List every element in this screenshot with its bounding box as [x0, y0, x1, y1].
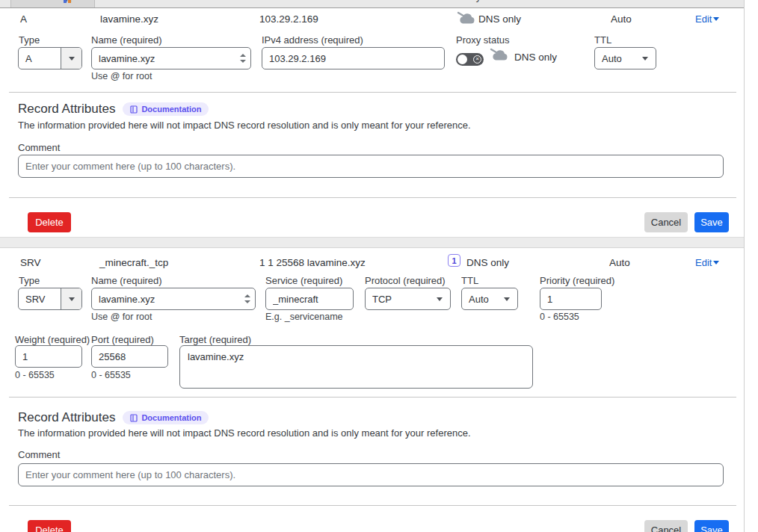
name-input[interactable]: [92, 53, 250, 64]
attributes-description: The information provided here will not i…: [18, 427, 471, 439]
name-helper: Use @ for root: [91, 71, 152, 81]
service-helper: E.g. _servicename: [265, 312, 343, 322]
name-helper: Use @ for root: [91, 312, 152, 322]
section-divider: [9, 505, 736, 506]
priority-helper: 0 - 65535: [540, 312, 579, 322]
row-separator-band: [0, 237, 744, 248]
chevron-down-icon: [713, 261, 719, 265]
chevron-down-icon: [642, 57, 648, 61]
chevron-down-icon: [61, 48, 81, 69]
record-type: A: [20, 13, 27, 25]
cancel-button[interactable]: Cancel: [644, 212, 688, 232]
name-input-wrap: [91, 47, 251, 69]
weight-helper: 0 - 65535: [15, 370, 55, 380]
priority-input[interactable]: [540, 294, 601, 305]
record-ttl: Auto: [609, 257, 630, 268]
delete-button[interactable]: Delete: [28, 212, 71, 232]
port-input-wrap: [91, 345, 168, 368]
service-label: Service (required): [265, 275, 342, 286]
comment-input-wrap: [18, 155, 724, 178]
proxy-status-value: DNS only: [514, 52, 557, 63]
stepper-icons[interactable]: [244, 294, 250, 303]
type-filter-tab[interactable]: Type: [10, 0, 95, 7]
document-icon: [130, 105, 138, 114]
delete-button[interactable]: Delete: [28, 520, 71, 532]
documentation-link[interactable]: Documentation: [123, 411, 209, 424]
stepper-icons[interactable]: [240, 54, 246, 63]
target-label: Target (required): [179, 334, 251, 345]
edit-record-link[interactable]: Edit: [695, 13, 719, 25]
comment-input[interactable]: [19, 161, 723, 172]
dns-only-cloud-icon: [457, 11, 476, 25]
toggle-off-icon: ×: [473, 55, 481, 64]
protocol-select[interactable]: TCP: [365, 288, 451, 310]
save-button[interactable]: Save: [694, 520, 729, 532]
ipv4-label: IPv4 address (required): [262, 34, 363, 46]
type-label: Type: [19, 34, 40, 46]
record-name: _minecraft._tcp: [99, 257, 168, 268]
section-divider: [9, 197, 736, 198]
record-ttl: Auto: [611, 13, 632, 25]
service-input[interactable]: [266, 294, 353, 305]
dns-only-cloud-icon: [490, 48, 509, 61]
record-attributes-header: Record Attributes Documentation: [18, 102, 209, 117]
section-divider: [9, 397, 736, 398]
record-content: 103.29.2.169: [259, 13, 318, 25]
name-input-wrap: [91, 288, 256, 310]
port-input[interactable]: [92, 351, 167, 362]
record-attributes-header: Record Attributes Documentation: [18, 410, 209, 425]
type-select[interactable]: SRV: [18, 288, 82, 310]
chevron-down-icon: [437, 297, 443, 301]
proxy-status-text: DNS only: [466, 257, 509, 268]
chevron-down-icon: [61, 288, 81, 309]
section-title: Record Attributes: [18, 102, 115, 117]
document-icon: [130, 414, 138, 422]
comment-input[interactable]: [19, 469, 723, 480]
comment-label: Comment: [18, 142, 60, 153]
record-name: lavamine.xyz: [100, 13, 158, 25]
proxy-toggle[interactable]: ×: [456, 53, 484, 66]
name-input[interactable]: [92, 294, 255, 305]
priority-label: Priority (required): [540, 275, 614, 286]
port-label: Port (required): [91, 334, 154, 345]
proxy-status-label: Proxy status: [456, 34, 510, 46]
ttl-label: TTL: [594, 34, 611, 46]
section-title: Record Attributes: [18, 410, 115, 425]
clipped-icon: [64, 0, 67, 3]
service-input-wrap: [265, 288, 354, 310]
priority-input-wrap: [540, 288, 602, 310]
type-select[interactable]: A: [18, 47, 82, 69]
chevron-down-icon: [713, 17, 719, 21]
name-label: Name (required): [91, 275, 162, 286]
attributes-description: The information provided here will not i…: [18, 120, 471, 131]
weight-input-wrap: [15, 345, 82, 368]
ttl-label: TTL: [461, 275, 478, 286]
proxy-status-text: DNS only: [478, 13, 521, 25]
name-label: Name (required): [91, 34, 162, 46]
save-button[interactable]: Save: [694, 212, 729, 232]
dns-records-panel: Type Proxy status A lavamine.xyz 103.29.…: [0, 0, 758, 532]
ipv4-input[interactable]: [262, 53, 444, 64]
toggle-knob: [457, 55, 467, 64]
comment-input-wrap: [18, 463, 724, 486]
chevron-down-icon: [504, 297, 510, 301]
section-divider: [9, 92, 736, 93]
ipv4-input-wrap: [262, 47, 445, 69]
edit-record-link[interactable]: Edit: [695, 257, 719, 268]
protocol-label: Protocol (required): [365, 275, 446, 286]
table-header-strip: Type Proxy status: [0, 0, 744, 8]
ttl-select[interactable]: Auto: [461, 288, 518, 310]
type-label: Type: [19, 275, 40, 286]
comment-count-badge[interactable]: 1: [448, 254, 460, 267]
cancel-button[interactable]: Cancel: [644, 520, 688, 532]
target-textarea[interactable]: lavamine.xyz: [179, 345, 533, 389]
record-content: 1 1 25568 lavamine.xyz: [259, 257, 366, 268]
proxy-status-header-clipped: Proxy status: [456, 0, 510, 2]
ttl-select[interactable]: Auto: [594, 47, 656, 69]
scrollbar[interactable]: [744, 0, 758, 532]
weight-input[interactable]: [16, 351, 81, 362]
comment-label: Comment: [18, 449, 60, 460]
documentation-link[interactable]: Documentation: [123, 102, 209, 116]
weight-label: Weight (required): [15, 334, 90, 345]
clipped-icon: [68, 0, 71, 3]
